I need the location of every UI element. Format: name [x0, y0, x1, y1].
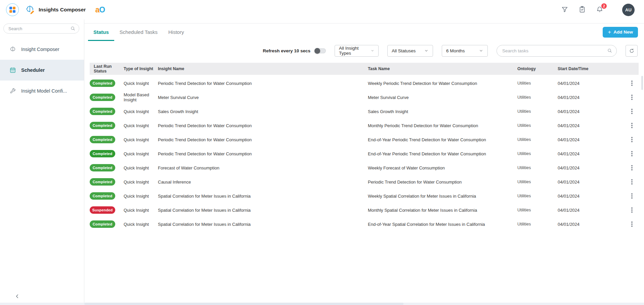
reload-button[interactable]: [626, 45, 638, 57]
insights-composer-logo-icon: [25, 5, 36, 14]
cell-insight-name: Spatial Correlation for Meter Issues in …: [158, 222, 368, 227]
cell-task-name: Monthly Periodic Trend Detection for Wat…: [368, 123, 517, 128]
cell-type-of-insight: Quick Insight: [124, 222, 158, 227]
sidebar-item-scheduler[interactable]: Scheduler: [0, 60, 84, 81]
row-menu-kebab-icon[interactable]: [629, 107, 635, 116]
chevron-down-icon: [479, 48, 483, 53]
row-menu-kebab-icon[interactable]: [629, 177, 635, 186]
chevron-down-icon: [371, 48, 374, 53]
tab-scheduled-tasks[interactable]: Scheduled Tasks: [114, 23, 163, 41]
status-badge: Completed: [90, 122, 115, 129]
row-menu-kebab-icon[interactable]: [629, 93, 635, 102]
row-menu-kebab-icon[interactable]: [629, 121, 635, 130]
cell-type-of-insight: Quick Insight: [124, 165, 158, 170]
cell-type-of-insight: Quick Insight: [124, 137, 158, 142]
refresh-toggle[interactable]: [314, 48, 326, 53]
cell-task-name: Periodic Trend Detection for Water Consu…: [368, 180, 517, 185]
sidebar-item-label: Insight Model Confi...: [21, 88, 67, 94]
tasks-clipboard-icon[interactable]: [578, 6, 587, 14]
table-row: SuspendedQuick InsightSpatial Correlatio…: [90, 203, 639, 217]
insight-type-dropdown[interactable]: All Insight Types: [335, 45, 379, 57]
status-badge: Completed: [90, 220, 115, 228]
cell-type-of-insight: Quick Insight: [124, 109, 158, 114]
sidebar-search-input[interactable]: [3, 23, 79, 34]
table-row: CompletedQuick InsightPeriodic Trend Det…: [90, 133, 639, 147]
cell-task-name: Weekly Forecast of Water Consumption: [368, 165, 517, 170]
plus-icon: +: [608, 29, 611, 35]
row-menu-kebab-icon[interactable]: [629, 163, 635, 172]
calendar-icon: [9, 67, 16, 73]
table-row: CompletedQuick InsightSales Growth Insig…: [90, 104, 639, 118]
cell-type-of-insight: Model Based Insight: [124, 92, 158, 102]
status-badge: Completed: [90, 80, 115, 87]
table-header-row: Last Run Status Type of Insight Insight …: [90, 63, 639, 75]
table-row: CompletedQuick InsightPeriodic Trend Det…: [90, 147, 639, 161]
row-menu-kebab-icon[interactable]: [629, 206, 635, 214]
search-icon: [70, 26, 76, 31]
scheduler-table: Last Run Status Type of Insight Insight …: [90, 63, 639, 231]
cell-start-date: 04/01/2024: [558, 194, 615, 199]
cell-ontology: Utilities: [517, 95, 558, 100]
sidebar-item-insight-model-config[interactable]: Insight Model Confi...: [0, 81, 84, 101]
cell-insight-name: Periodic Trend Detection for Water Consu…: [158, 123, 368, 128]
table-row: CompletedQuick InsightSpatial Correlatio…: [90, 217, 639, 231]
table-row: CompletedQuick InsightPeriodic Trend Det…: [90, 76, 639, 90]
cell-task-name: Weekly Spatial Correlation for Meter Iss…: [368, 194, 517, 199]
status-badge: Completed: [90, 94, 115, 101]
cell-insight-name: Periodic Trend Detection for Water Consu…: [158, 81, 368, 86]
wrench-icon: [9, 88, 16, 94]
filter-icon[interactable]: [561, 6, 569, 14]
task-search-input[interactable]: [497, 45, 617, 57]
cell-ontology: Utilities: [517, 109, 558, 114]
col-header-task-name: Task Name: [368, 66, 517, 71]
sidebar-collapse-button[interactable]: [15, 294, 21, 300]
row-menu-kebab-icon[interactable]: [629, 220, 635, 228]
cell-task-name: Meter Survival Curve: [368, 95, 517, 100]
notification-count-badge: 2: [601, 3, 607, 9]
app-launcher-button[interactable]: [6, 3, 19, 16]
app-title: Insights Composer: [39, 7, 86, 13]
cell-start-date: 04/01/2024: [558, 222, 615, 227]
col-header-last-run-status: Last Run Status: [90, 64, 124, 73]
tab-history[interactable]: History: [163, 23, 189, 41]
cell-ontology: Utilities: [517, 222, 558, 226]
period-dropdown[interactable]: 6 Months: [442, 45, 488, 57]
cell-ontology: Utilities: [517, 137, 558, 142]
table-row: CompletedQuick InsightSpatial Correlatio…: [90, 189, 639, 203]
status-badge: Completed: [90, 164, 115, 171]
cell-start-date: 04/01/2024: [558, 208, 615, 213]
cell-ontology: Utilities: [517, 151, 558, 156]
status-badge: Completed: [90, 178, 115, 186]
status-badge: Completed: [90, 150, 115, 157]
row-menu-kebab-icon[interactable]: [629, 192, 635, 200]
cell-start-date: 04/01/2024: [558, 95, 615, 100]
status-dropdown[interactable]: All Statuses: [387, 45, 433, 57]
cell-start-date: 04/01/2024: [558, 81, 615, 86]
cell-start-date: 04/01/2024: [558, 137, 615, 142]
cell-ontology: Utilities: [517, 165, 558, 170]
cell-ontology: Utilities: [517, 123, 558, 128]
cell-type-of-insight: Quick Insight: [124, 123, 158, 128]
main-content: Status Scheduled Tasks History + Add New…: [84, 19, 644, 305]
cell-task-name: Weekly Periodic Trend Detection for Wate…: [368, 81, 517, 86]
cell-start-date: 04/01/2024: [558, 123, 615, 128]
cell-task-name: Monthly Spatial Correlation for Meter Is…: [368, 208, 517, 213]
sidebar-item-insight-composer[interactable]: Insight Composer: [0, 39, 84, 60]
cell-task-name: Sales Growth Insight: [368, 109, 517, 114]
row-menu-kebab-icon[interactable]: [629, 135, 635, 144]
user-avatar[interactable]: AU: [622, 4, 635, 16]
horizontal-scrollbar-thumb[interactable]: [84, 303, 403, 305]
sidebar-item-label: Insight Composer: [21, 47, 59, 52]
vertical-scrollbar[interactable]: [641, 76, 643, 90]
brain-icon: [9, 46, 16, 53]
add-new-button[interactable]: + Add New: [603, 27, 638, 38]
tab-status[interactable]: Status: [88, 23, 114, 41]
col-header-insight-name: Insight Name: [158, 66, 368, 71]
cell-ontology: Utilities: [517, 208, 558, 212]
cell-start-date: 04/01/2024: [558, 165, 615, 170]
row-menu-kebab-icon[interactable]: [629, 79, 635, 88]
col-header-type-of-insight: Type of Insight: [124, 66, 158, 71]
notifications-bell-icon[interactable]: 2: [596, 6, 604, 14]
row-menu-kebab-icon[interactable]: [629, 149, 635, 158]
table-row: CompletedQuick InsightForecast of Water …: [90, 161, 639, 175]
